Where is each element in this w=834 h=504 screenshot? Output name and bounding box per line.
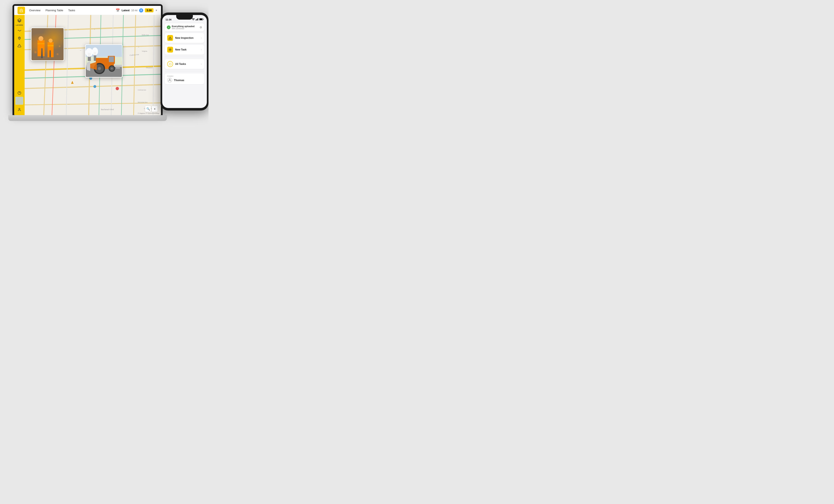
svg-text:→: → [68,103,70,105]
upload-status-card: ✓ Everything uploaded Wifi connected ⚙ [165,23,204,31]
laptop-screen-outer: Overview Planning Table Tasks 📅 Latest 1… [13,4,162,115]
map-area[interactable]: Bacharach Blvd Challone Ave Baltic Ave V… [25,15,161,115]
svg-rect-60 [50,50,51,57]
svg-text:→: → [119,85,122,87]
phone-divider-2 [165,71,204,71]
svg-rect-121 [196,20,196,20]
svg-text:Maryland: Maryland [146,67,153,69]
svg-rect-58 [47,45,53,46]
sidebar-help-icon[interactable] [17,90,22,96]
all-tasks-icon [167,61,173,67]
header-right: 📅 Latest 10 mi 9 3.06 ▼ [116,8,158,13]
svg-point-81 [111,68,113,70]
sidebar-user-icon[interactable] [17,107,22,113]
upload-text: Everything uploaded Wifi connected [172,25,195,29]
svg-point-132 [169,63,171,65]
svg-rect-122 [196,19,197,20]
settings-icon[interactable]: ⚙ [200,26,202,29]
svg-point-61 [34,51,37,53]
sidebar-layers-icon[interactable] [17,18,22,23]
sidebar: LAYERS [14,15,25,115]
creator-section: Creator Thomas [165,73,204,84]
svg-point-1 [19,37,20,38]
nav-planning-table[interactable]: Planning Table [45,9,63,12]
svg-point-62 [57,53,59,55]
svg-rect-127 [200,19,202,20]
upload-status-left: ✓ Everything uploaded Wifi connected [167,25,195,29]
laptop: Overview Planning Table Tasks 📅 Latest 1… [8,4,167,121]
creator-avatar [167,78,172,83]
phone-time: 11:34 [166,18,171,21]
svg-text:→: → [80,67,82,69]
svg-point-36 [93,85,96,88]
map-attribution: © Mapbox © OpenStreetMap [138,112,159,114]
main-nav: Overview Planning Table Tasks [29,9,75,12]
inspection-icon [167,35,173,41]
new-inspection-button[interactable]: New Inspection › [165,33,204,43]
creator-label: Creator [167,75,202,77]
svg-text:Central Ave: Central Ave [138,89,146,91]
new-task-arrow: › [201,48,202,51]
svg-rect-123 [197,19,197,20]
nav-tasks[interactable]: Tasks [68,9,75,12]
app-header: Overview Planning Table Tasks 📅 Latest 1… [14,6,161,15]
svg-point-6 [19,108,20,109]
svg-point-67 [86,48,93,57]
sidebar-map-thumbnail[interactable] [16,97,23,105]
svg-text:!: ! [73,82,73,83]
svg-point-131 [170,49,171,50]
svg-text:Baltic Ave: Baltic Ave [142,34,149,36]
map-photo-tractor [85,44,123,78]
distance-badge: 10 mi [131,9,137,12]
sidebar-location-icon[interactable] [17,35,22,41]
svg-point-69 [92,47,98,56]
laptop-base [8,115,167,121]
new-task-button[interactable]: New Task › [165,45,204,54]
new-task-label: New Task [175,48,199,51]
phone-screen: 11:34 [162,15,207,108]
svg-point-63 [59,45,61,47]
new-inspection-label: New Inspection [175,37,199,39]
creator-row: Thomas [167,78,202,83]
sidebar-warning-icon[interactable] [17,43,22,49]
svg-rect-75 [109,57,114,62]
laptop-screen: Overview Planning Table Tasks 📅 Latest 1… [14,6,161,115]
version-badge: 3.06 [145,8,153,12]
svg-text:Virginia: Virginia [142,50,148,52]
all-tasks-label: All Tasks [175,63,199,65]
svg-rect-59 [41,48,43,58]
svg-rect-53 [38,40,45,56]
svg-text:Memorial Ave: Memorial Ave [138,101,148,103]
svg-rect-52 [31,28,64,60]
svg-text:←: ← [138,46,140,48]
svg-point-78 [98,67,101,70]
sidebar-wave-icon[interactable] [17,28,22,34]
svg-text:Bacharach Blvd: Bacharach Blvd [101,108,114,111]
upload-subtitle: Wifi connected [172,27,195,29]
all-tasks-button[interactable]: All Tasks › [165,59,204,69]
new-inspection-arrow: › [201,37,202,39]
wifi-icon [192,18,195,21]
svg-text:→: → [80,49,82,51]
phone-status-icons [192,18,203,21]
svg-rect-57 [38,43,45,44]
nav-overview[interactable]: Overview [29,9,41,12]
dropdown-arrow-icon[interactable]: ▼ [155,9,158,12]
svg-point-129 [170,39,170,39]
zoom-in-button[interactable]: + [152,106,158,112]
svg-rect-54 [47,42,53,57]
map-photo-workers [31,27,64,61]
svg-point-56 [49,39,52,43]
battery-icon [199,18,203,21]
all-tasks-arrow: › [201,63,202,65]
signal-icon [196,18,198,21]
svg-text:←: ← [78,28,80,30]
svg-text:↓: ↓ [94,28,95,30]
svg-point-133 [169,79,170,80]
svg-rect-126 [203,19,203,20]
search-button[interactable]: 🔍 [145,106,151,112]
svg-point-34 [116,87,119,90]
upload-title: Everything uploaded [172,25,195,27]
app-body: LAYERS [14,15,161,115]
svg-rect-124 [198,18,198,20]
